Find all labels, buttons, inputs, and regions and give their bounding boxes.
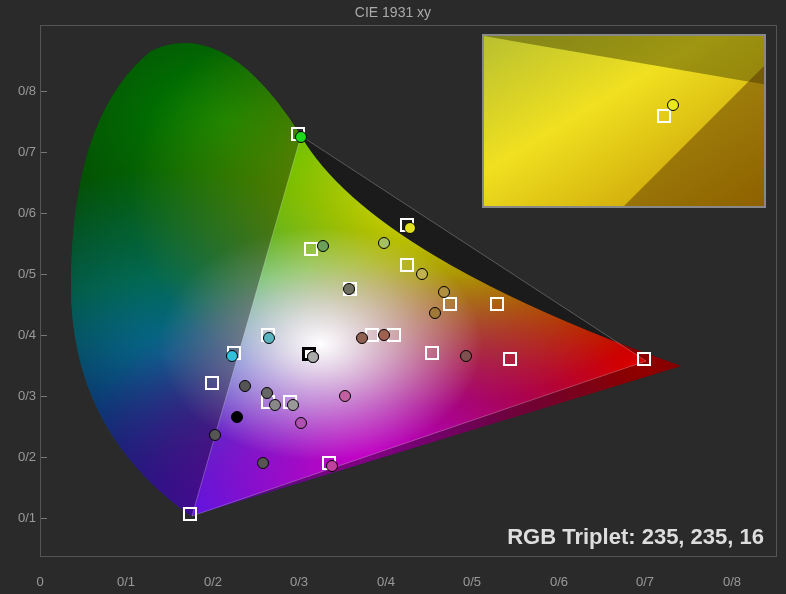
measured-point [404, 222, 416, 234]
measured-point [226, 350, 238, 362]
x-tick-label: 0/5 [463, 574, 481, 594]
measured-point [416, 268, 428, 280]
x-tick-label: 0/6 [550, 574, 568, 594]
y-tick-label: 0/3 [0, 388, 36, 403]
y-tick-label: 0/4 [0, 327, 36, 342]
x-tick-label: 0/2 [204, 574, 222, 594]
measured-point [378, 237, 390, 249]
measured-point [295, 131, 307, 143]
measured-point [307, 351, 319, 363]
target-square [443, 297, 457, 311]
x-tick-label: 0/4 [377, 574, 395, 594]
y-tick-label: 0/8 [0, 83, 36, 98]
chart-title: CIE 1931 xy [0, 4, 786, 20]
zoom-measured-point [667, 99, 679, 111]
target-square [205, 376, 219, 390]
y-tick-label: 0/2 [0, 449, 36, 464]
measured-point [378, 329, 390, 341]
target-square [490, 297, 504, 311]
measured-point [339, 390, 351, 402]
measured-point [269, 399, 281, 411]
zoom-inset-svg [484, 36, 764, 206]
target-square [637, 352, 651, 366]
target-square [425, 346, 439, 360]
target-square [503, 352, 517, 366]
x-tick-label: 0/1 [117, 574, 135, 594]
measured-point [257, 457, 269, 469]
measured-point [429, 307, 441, 319]
rgb-label-prefix: RGB Triplet: [507, 524, 641, 549]
measured-point [343, 283, 355, 295]
measured-point [356, 332, 368, 344]
measured-point [326, 460, 338, 472]
rgb-triplet-label: RGB Triplet: 235, 235, 16 [507, 524, 764, 550]
measured-point [231, 411, 243, 423]
measured-point [460, 350, 472, 362]
measured-point [295, 417, 307, 429]
measured-point [287, 399, 299, 411]
x-tick-label: 0/3 [290, 574, 308, 594]
measured-point [239, 380, 251, 392]
y-tick-label: 0/7 [0, 144, 36, 159]
y-tick-label: 0/1 [0, 510, 36, 525]
measured-point [438, 286, 450, 298]
zoom-target-square [657, 109, 671, 123]
measured-point [209, 429, 221, 441]
measured-point [263, 332, 275, 344]
y-tick-label: 0/5 [0, 266, 36, 281]
measured-point [261, 387, 273, 399]
target-square [183, 507, 197, 521]
y-tick-label: 0/6 [0, 205, 36, 220]
chart-container: CIE 1931 xy 0/1 0/2 0/3 0/4 0/5 0/6 0/7 … [0, 0, 786, 594]
rgb-label-value: 235, 235, 16 [642, 524, 764, 549]
x-tick-label: 0/7 [636, 574, 654, 594]
x-tick-label: 0/8 [723, 574, 741, 594]
measured-point [317, 240, 329, 252]
x-tick-label: 0 [36, 574, 43, 594]
plot-area[interactable]: RGB Triplet: 235, 235, 16 [40, 25, 777, 557]
zoom-inset [482, 34, 766, 208]
target-square [400, 258, 414, 272]
